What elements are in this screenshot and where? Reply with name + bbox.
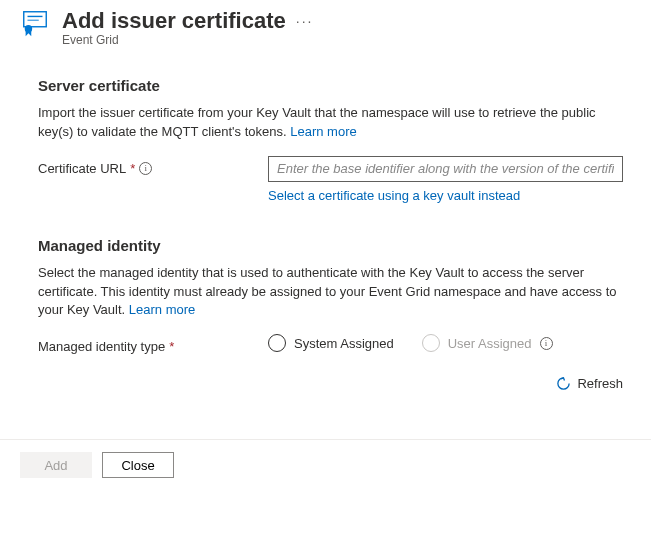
- section-heading: Managed identity: [38, 237, 623, 254]
- learn-more-link[interactable]: Learn more: [290, 124, 356, 139]
- learn-more-link[interactable]: Learn more: [129, 302, 195, 317]
- server-certificate-section: Server certificate Import the issuer cer…: [38, 77, 623, 203]
- add-button[interactable]: Add: [20, 452, 92, 478]
- section-description: Import the issuer certificate from your …: [38, 104, 623, 142]
- page-title: Add issuer certificate: [62, 8, 286, 34]
- footer-actions: Add Close: [0, 439, 651, 490]
- page-subtitle: Event Grid: [62, 33, 631, 47]
- managed-identity-section: Managed identity Select the managed iden…: [38, 237, 623, 392]
- info-icon[interactable]: i: [139, 162, 152, 175]
- section-heading: Server certificate: [38, 77, 623, 94]
- radio-icon: [422, 334, 440, 352]
- more-menu[interactable]: ···: [296, 13, 314, 29]
- radio-user-assigned: User Assigned i: [422, 334, 553, 352]
- certificate-url-input[interactable]: [268, 156, 623, 182]
- certificate-url-label: Certificate URL * i: [38, 156, 268, 176]
- close-button[interactable]: Close: [102, 452, 174, 478]
- radio-system-assigned[interactable]: System Assigned: [268, 334, 394, 352]
- section-description: Select the managed identity that is used…: [38, 264, 623, 321]
- info-icon[interactable]: i: [540, 337, 553, 350]
- radio-icon: [268, 334, 286, 352]
- blade-header: Add issuer certificate ··· Event Grid: [0, 0, 651, 57]
- refresh-icon: [556, 376, 571, 391]
- refresh-button[interactable]: Refresh: [38, 376, 623, 391]
- svg-rect-0: [24, 12, 47, 27]
- select-keyvault-link[interactable]: Select a certificate using a key vault i…: [268, 188, 520, 203]
- managed-identity-type-label: Managed identity type *: [38, 334, 268, 354]
- certificate-icon: [20, 8, 50, 41]
